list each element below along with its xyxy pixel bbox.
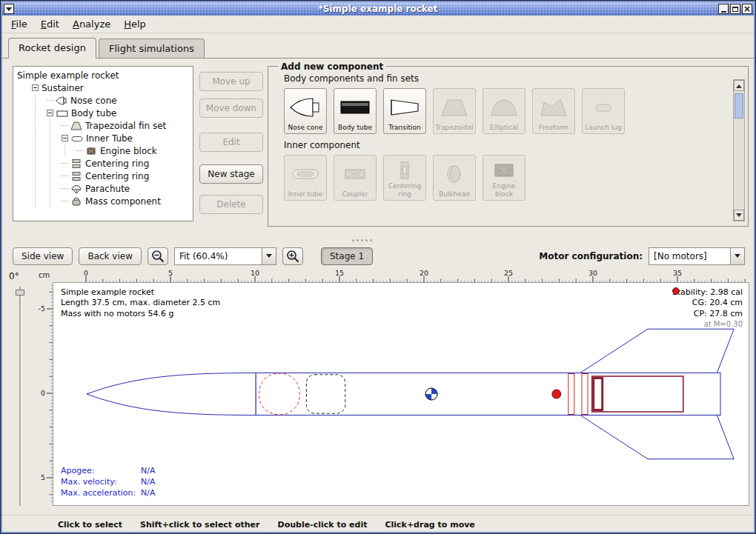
rotation-slider[interactable] [16, 287, 24, 506]
chevron-down-icon[interactable] [730, 247, 745, 265]
scroll-up-button[interactable] [734, 80, 744, 91]
tree-item-simple-example-rocket[interactable]: Simple example rocket [17, 69, 193, 81]
add-transition-button[interactable]: Transition [383, 88, 426, 134]
component-button-label: Nose cone [288, 124, 322, 131]
engineblock-icon [488, 158, 520, 182]
tree-expander-icon[interactable] [62, 135, 68, 141]
tab-rocket-design[interactable]: Rocket design [8, 38, 96, 59]
window-title: *Simple example rocket [2, 4, 754, 14]
cp-value: CP: 27.8 cm [694, 309, 743, 319]
tree-item-engine-block[interactable]: Engine block [17, 144, 193, 157]
move-up-button: Move up [199, 72, 263, 91]
flight-data-label: Apogee: [61, 466, 141, 477]
add-freeform-button: Freeform [532, 88, 575, 134]
component-tree[interactable]: Simple example rocketSustainerNose coneB… [13, 66, 193, 221]
status-bar: Click to selectShift+click to select oth… [2, 515, 754, 532]
design-panel: Simple example rocketSustainerNose coneB… [2, 59, 754, 236]
tree-item-inner-tube[interactable]: Inner Tube [17, 132, 193, 144]
flight-data: Apogee:N/AMax. velocity:N/AMax. accelera… [61, 466, 155, 499]
tree-item-label: Trapezoidal fin set [85, 121, 166, 131]
tree-item-parachute[interactable]: Parachute [17, 182, 193, 195]
motor-configuration-select[interactable]: [No motors] [649, 247, 745, 265]
add-bulkhead-button: Bulkhead [433, 155, 476, 201]
ruler-unit: cm [39, 271, 50, 279]
flight-data-label: Max. acceleration: [61, 488, 141, 499]
add-inner-tube-button: Inner tube [284, 155, 327, 201]
split-divider[interactable] [2, 236, 754, 245]
tab-flight-simulations[interactable]: Flight simulations [99, 39, 205, 58]
zoom-in-button[interactable] [282, 247, 303, 265]
zoom-select[interactable]: Fit (60.4%) [174, 247, 276, 265]
cg-value: CG: 20.4 cm [692, 298, 743, 308]
tree-expander-icon[interactable] [47, 110, 53, 116]
status-hint: Click to select [58, 520, 122, 530]
arrow-up-icon [736, 81, 742, 88]
svg-text:-5: -5 [39, 304, 45, 313]
flight-data-row: Apogee:N/A [61, 466, 155, 477]
tree-item-body-tube[interactable]: Body tube [17, 107, 193, 119]
section-label: Body components and fin sets [284, 73, 740, 84]
scroll-down-button[interactable] [734, 210, 744, 221]
add-body-tube-button[interactable]: Body tube [334, 88, 377, 134]
tree-expander-icon[interactable] [32, 84, 39, 91]
close-button[interactable]: × [742, 4, 752, 14]
svg-text:0: 0 [84, 269, 88, 277]
svg-text:10: 10 [251, 269, 259, 277]
scroll-thumb[interactable] [735, 93, 743, 119]
status-hint: Shift+click to select other [140, 520, 260, 530]
chevron-down-icon[interactable] [262, 247, 276, 265]
view-toolbar: Side view Back view Fit (60.4%) Stage 1 … [2, 245, 754, 267]
flight-data-value: N/A [141, 466, 155, 477]
centeringring-icon [70, 158, 82, 169]
titlebar[interactable]: *Simple example rocket × [2, 2, 754, 16]
tree-item-label: Centering ring [85, 158, 149, 169]
zoom-value: Fit (60.4%) [174, 247, 262, 265]
component-button-label: Coupler [342, 190, 368, 198]
component-button-label: Inner tube [288, 190, 323, 198]
tree-item-mass-component[interactable]: Mass component [17, 195, 193, 207]
tree-item-label: Mass component [85, 196, 161, 207]
parachute-icon [70, 184, 82, 194]
stage-1-toggle[interactable]: Stage 1 [321, 247, 373, 265]
tree-item-label: Centering ring [85, 171, 149, 181]
component-button-label: Engine block [485, 182, 523, 198]
menu-edit[interactable]: Edit [35, 16, 65, 32]
maximize-button[interactable] [730, 4, 740, 14]
new-stage-button[interactable]: New stage [199, 164, 263, 184]
rotation-slider-handle[interactable] [16, 290, 24, 296]
add-engine-block-button: Engine block [483, 155, 525, 201]
component-button-label: Launch lug [585, 124, 621, 131]
menu-file[interactable]: File [5, 16, 33, 32]
side-view-button[interactable]: Side view [13, 247, 73, 265]
menu-help[interactable]: Help [118, 16, 152, 32]
menu-analyze[interactable]: Analyze [67, 16, 116, 32]
mach-note: at M=0.30 [672, 319, 743, 329]
mass-icon [70, 196, 82, 207]
svg-text:0: 0 [41, 389, 45, 397]
rocket-dimensions: Length 37.5 cm, max. diameter 2.5 cm [61, 298, 220, 308]
tree-item-centering-ring[interactable]: Centering ring [17, 157, 193, 170]
flight-data-row: Max. acceleration:N/A [61, 488, 155, 499]
tree-item-nose-cone[interactable]: Nose cone [17, 94, 193, 107]
tree-item-sustainer[interactable]: Sustainer [17, 81, 193, 94]
zoom-out-button[interactable] [147, 247, 168, 265]
bodytube-icon [339, 92, 371, 124]
component-scrollbar[interactable] [733, 79, 745, 221]
tree-item-centering-ring[interactable]: Centering ring [17, 170, 193, 182]
nosecone-icon [289, 92, 322, 124]
design-canvas[interactable]: Simple example rocket Length 37.5 cm, ma… [53, 282, 749, 506]
flight-data-row: Max. velocity:N/A [61, 477, 155, 488]
stability-info: Stability: 2.98 cal CG: 20.4 cm CP: 27.8… [672, 287, 743, 329]
tree-item-trapezoidal-fin-set[interactable]: Trapezoidal fin set [17, 119, 193, 132]
svg-text:35: 35 [673, 269, 682, 277]
minimize-button[interactable] [718, 4, 729, 14]
coupler-icon [339, 158, 371, 190]
add-nose-cone-button[interactable]: Nose cone [284, 88, 327, 134]
component-button-label: Freeform [539, 124, 568, 131]
rocket-name: Simple example rocket [61, 287, 220, 298]
motor-configuration-label: Motor configuration: [539, 251, 643, 261]
centeringring-icon [70, 171, 82, 181]
edit-button: Edit [199, 133, 263, 152]
back-view-button[interactable]: Back view [79, 247, 142, 265]
divider-grip-icon [352, 239, 372, 241]
